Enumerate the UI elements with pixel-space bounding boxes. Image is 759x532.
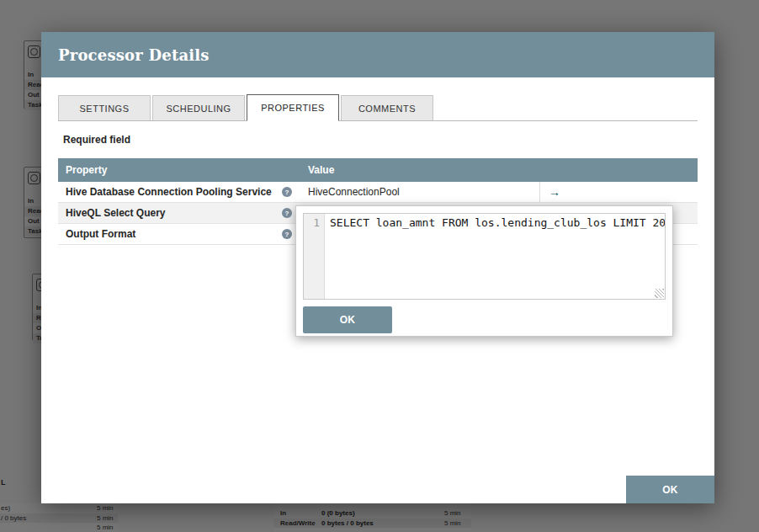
property-name: Hive Database Connection Pooling Service: [66, 186, 272, 198]
editor-ok-button[interactable]: OK: [303, 306, 392, 333]
help-icon[interactable]: ?: [282, 187, 292, 197]
go-to-service-icon[interactable]: →: [549, 186, 560, 198]
processor-details-dialog: Processor Details SETTINGS SCHEDULING PR…: [41, 32, 714, 503]
dialog-ok-button[interactable]: OK: [626, 476, 714, 503]
editor-line-gutter: 1: [304, 214, 325, 299]
table-header-row: Property Value: [58, 158, 698, 182]
required-field-label: Required field: [63, 134, 693, 146]
code-editor: 1 SELECT loan_amnt FROM los.lending_club…: [303, 213, 666, 300]
tab-scheduling[interactable]: SCHEDULING: [152, 95, 245, 120]
property-value[interactable]: HiveConnectionPool: [300, 182, 539, 202]
property-column-header: Property: [58, 164, 300, 176]
value-editor-popup: 1 SELECT loan_amnt FROM los.lending_club…: [295, 205, 673, 337]
editor-code-input[interactable]: SELECT loan_amnt FROM los.lending_club_l…: [325, 214, 665, 299]
value-column-header: Value: [300, 164, 698, 176]
table-row-hive-connection-pooling-service[interactable]: Hive Database Connection Pooling Service…: [58, 182, 698, 203]
resize-handle-icon[interactable]: [655, 289, 664, 298]
tab-comments[interactable]: COMMENTS: [341, 95, 433, 120]
tab-bar: SETTINGS SCHEDULING PROPERTIES COMMENTS: [58, 94, 698, 121]
help-icon[interactable]: ?: [282, 229, 292, 239]
dialog-title: Processor Details: [58, 46, 210, 64]
property-name: Output Format: [66, 228, 135, 240]
help-icon[interactable]: ?: [282, 208, 292, 218]
dialog-header: Processor Details: [41, 32, 714, 77]
line-number: 1: [313, 216, 320, 229]
property-name: HiveQL Select Query: [66, 207, 166, 219]
tab-settings[interactable]: SETTINGS: [58, 95, 151, 120]
nifi-screen: In Read Out Task In Read/W Out Tasks In …: [0, 0, 759, 532]
tab-properties[interactable]: PROPERTIES: [247, 94, 339, 121]
